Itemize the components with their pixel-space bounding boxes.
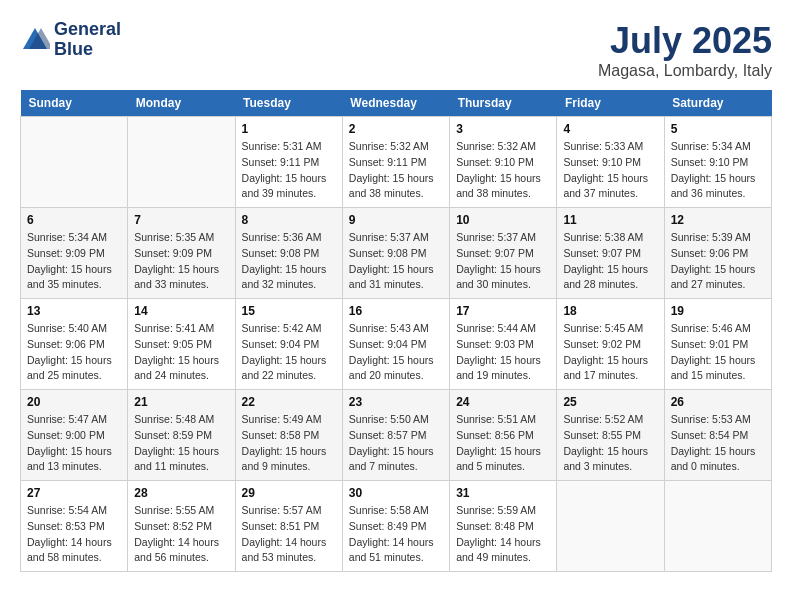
calendar-table: SundayMondayTuesdayWednesdayThursdayFrid… bbox=[20, 90, 772, 572]
day-info: Sunrise: 5:33 AM Sunset: 9:10 PM Dayligh… bbox=[563, 139, 657, 202]
day-info: Sunrise: 5:45 AM Sunset: 9:02 PM Dayligh… bbox=[563, 321, 657, 384]
weekday-header: Thursday bbox=[450, 90, 557, 117]
day-info: Sunrise: 5:37 AM Sunset: 9:08 PM Dayligh… bbox=[349, 230, 443, 293]
day-number: 17 bbox=[456, 304, 550, 318]
logo-icon bbox=[20, 25, 50, 55]
logo-line2: Blue bbox=[54, 40, 121, 60]
day-info: Sunrise: 5:37 AM Sunset: 9:07 PM Dayligh… bbox=[456, 230, 550, 293]
day-number: 6 bbox=[27, 213, 121, 227]
day-number: 10 bbox=[456, 213, 550, 227]
day-info: Sunrise: 5:34 AM Sunset: 9:09 PM Dayligh… bbox=[27, 230, 121, 293]
calendar-cell: 19Sunrise: 5:46 AM Sunset: 9:01 PM Dayli… bbox=[664, 299, 771, 390]
calendar-header: SundayMondayTuesdayWednesdayThursdayFrid… bbox=[21, 90, 772, 117]
day-info: Sunrise: 5:57 AM Sunset: 8:51 PM Dayligh… bbox=[242, 503, 336, 566]
day-info: Sunrise: 5:31 AM Sunset: 9:11 PM Dayligh… bbox=[242, 139, 336, 202]
weekday-header: Wednesday bbox=[342, 90, 449, 117]
weekday-header: Tuesday bbox=[235, 90, 342, 117]
day-number: 12 bbox=[671, 213, 765, 227]
calendar-cell: 5Sunrise: 5:34 AM Sunset: 9:10 PM Daylig… bbox=[664, 117, 771, 208]
calendar-cell: 20Sunrise: 5:47 AM Sunset: 9:00 PM Dayli… bbox=[21, 390, 128, 481]
day-info: Sunrise: 5:43 AM Sunset: 9:04 PM Dayligh… bbox=[349, 321, 443, 384]
day-info: Sunrise: 5:55 AM Sunset: 8:52 PM Dayligh… bbox=[134, 503, 228, 566]
day-number: 15 bbox=[242, 304, 336, 318]
calendar-cell: 12Sunrise: 5:39 AM Sunset: 9:06 PM Dayli… bbox=[664, 208, 771, 299]
calendar-week-row: 6Sunrise: 5:34 AM Sunset: 9:09 PM Daylig… bbox=[21, 208, 772, 299]
calendar-cell: 17Sunrise: 5:44 AM Sunset: 9:03 PM Dayli… bbox=[450, 299, 557, 390]
day-info: Sunrise: 5:40 AM Sunset: 9:06 PM Dayligh… bbox=[27, 321, 121, 384]
day-info: Sunrise: 5:41 AM Sunset: 9:05 PM Dayligh… bbox=[134, 321, 228, 384]
calendar-body: 1Sunrise: 5:31 AM Sunset: 9:11 PM Daylig… bbox=[21, 117, 772, 572]
calendar-cell: 31Sunrise: 5:59 AM Sunset: 8:48 PM Dayli… bbox=[450, 481, 557, 572]
calendar-cell: 24Sunrise: 5:51 AM Sunset: 8:56 PM Dayli… bbox=[450, 390, 557, 481]
day-number: 13 bbox=[27, 304, 121, 318]
calendar-cell: 26Sunrise: 5:53 AM Sunset: 8:54 PM Dayli… bbox=[664, 390, 771, 481]
day-number: 1 bbox=[242, 122, 336, 136]
calendar-cell: 4Sunrise: 5:33 AM Sunset: 9:10 PM Daylig… bbox=[557, 117, 664, 208]
day-number: 14 bbox=[134, 304, 228, 318]
day-info: Sunrise: 5:36 AM Sunset: 9:08 PM Dayligh… bbox=[242, 230, 336, 293]
calendar-cell bbox=[664, 481, 771, 572]
calendar-cell: 13Sunrise: 5:40 AM Sunset: 9:06 PM Dayli… bbox=[21, 299, 128, 390]
day-info: Sunrise: 5:48 AM Sunset: 8:59 PM Dayligh… bbox=[134, 412, 228, 475]
day-info: Sunrise: 5:49 AM Sunset: 8:58 PM Dayligh… bbox=[242, 412, 336, 475]
day-number: 16 bbox=[349, 304, 443, 318]
day-number: 3 bbox=[456, 122, 550, 136]
day-number: 24 bbox=[456, 395, 550, 409]
day-number: 23 bbox=[349, 395, 443, 409]
calendar-cell: 21Sunrise: 5:48 AM Sunset: 8:59 PM Dayli… bbox=[128, 390, 235, 481]
day-number: 5 bbox=[671, 122, 765, 136]
calendar-cell: 25Sunrise: 5:52 AM Sunset: 8:55 PM Dayli… bbox=[557, 390, 664, 481]
day-number: 11 bbox=[563, 213, 657, 227]
calendar-week-row: 27Sunrise: 5:54 AM Sunset: 8:53 PM Dayli… bbox=[21, 481, 772, 572]
day-number: 9 bbox=[349, 213, 443, 227]
calendar-cell: 2Sunrise: 5:32 AM Sunset: 9:11 PM Daylig… bbox=[342, 117, 449, 208]
calendar-cell: 1Sunrise: 5:31 AM Sunset: 9:11 PM Daylig… bbox=[235, 117, 342, 208]
day-info: Sunrise: 5:50 AM Sunset: 8:57 PM Dayligh… bbox=[349, 412, 443, 475]
calendar-cell: 7Sunrise: 5:35 AM Sunset: 9:09 PM Daylig… bbox=[128, 208, 235, 299]
logo-text: General Blue bbox=[54, 20, 121, 60]
calendar-cell: 10Sunrise: 5:37 AM Sunset: 9:07 PM Dayli… bbox=[450, 208, 557, 299]
logo-line1: General bbox=[54, 20, 121, 40]
day-info: Sunrise: 5:32 AM Sunset: 9:10 PM Dayligh… bbox=[456, 139, 550, 202]
day-info: Sunrise: 5:38 AM Sunset: 9:07 PM Dayligh… bbox=[563, 230, 657, 293]
day-info: Sunrise: 5:35 AM Sunset: 9:09 PM Dayligh… bbox=[134, 230, 228, 293]
calendar-cell: 28Sunrise: 5:55 AM Sunset: 8:52 PM Dayli… bbox=[128, 481, 235, 572]
calendar-cell: 15Sunrise: 5:42 AM Sunset: 9:04 PM Dayli… bbox=[235, 299, 342, 390]
calendar-cell bbox=[21, 117, 128, 208]
day-number: 31 bbox=[456, 486, 550, 500]
day-info: Sunrise: 5:46 AM Sunset: 9:01 PM Dayligh… bbox=[671, 321, 765, 384]
day-info: Sunrise: 5:34 AM Sunset: 9:10 PM Dayligh… bbox=[671, 139, 765, 202]
calendar-cell: 22Sunrise: 5:49 AM Sunset: 8:58 PM Dayli… bbox=[235, 390, 342, 481]
day-number: 8 bbox=[242, 213, 336, 227]
day-number: 25 bbox=[563, 395, 657, 409]
calendar-week-row: 20Sunrise: 5:47 AM Sunset: 9:00 PM Dayli… bbox=[21, 390, 772, 481]
calendar-cell: 6Sunrise: 5:34 AM Sunset: 9:09 PM Daylig… bbox=[21, 208, 128, 299]
day-number: 20 bbox=[27, 395, 121, 409]
day-info: Sunrise: 5:39 AM Sunset: 9:06 PM Dayligh… bbox=[671, 230, 765, 293]
weekday-header: Friday bbox=[557, 90, 664, 117]
page-header: General Blue July 2025 Magasa, Lombardy,… bbox=[20, 20, 772, 80]
day-number: 18 bbox=[563, 304, 657, 318]
calendar-cell: 14Sunrise: 5:41 AM Sunset: 9:05 PM Dayli… bbox=[128, 299, 235, 390]
weekday-header: Sunday bbox=[21, 90, 128, 117]
logo: General Blue bbox=[20, 20, 121, 60]
calendar-cell: 3Sunrise: 5:32 AM Sunset: 9:10 PM Daylig… bbox=[450, 117, 557, 208]
day-info: Sunrise: 5:44 AM Sunset: 9:03 PM Dayligh… bbox=[456, 321, 550, 384]
weekday-header: Saturday bbox=[664, 90, 771, 117]
calendar-cell bbox=[128, 117, 235, 208]
day-info: Sunrise: 5:54 AM Sunset: 8:53 PM Dayligh… bbox=[27, 503, 121, 566]
day-info: Sunrise: 5:58 AM Sunset: 8:49 PM Dayligh… bbox=[349, 503, 443, 566]
weekday-row: SundayMondayTuesdayWednesdayThursdayFrid… bbox=[21, 90, 772, 117]
day-info: Sunrise: 5:53 AM Sunset: 8:54 PM Dayligh… bbox=[671, 412, 765, 475]
day-info: Sunrise: 5:52 AM Sunset: 8:55 PM Dayligh… bbox=[563, 412, 657, 475]
calendar-cell: 27Sunrise: 5:54 AM Sunset: 8:53 PM Dayli… bbox=[21, 481, 128, 572]
day-number: 7 bbox=[134, 213, 228, 227]
day-number: 26 bbox=[671, 395, 765, 409]
day-number: 2 bbox=[349, 122, 443, 136]
calendar-cell: 16Sunrise: 5:43 AM Sunset: 9:04 PM Dayli… bbox=[342, 299, 449, 390]
calendar-week-row: 13Sunrise: 5:40 AM Sunset: 9:06 PM Dayli… bbox=[21, 299, 772, 390]
day-number: 21 bbox=[134, 395, 228, 409]
calendar-cell: 9Sunrise: 5:37 AM Sunset: 9:08 PM Daylig… bbox=[342, 208, 449, 299]
day-number: 29 bbox=[242, 486, 336, 500]
calendar-cell: 8Sunrise: 5:36 AM Sunset: 9:08 PM Daylig… bbox=[235, 208, 342, 299]
